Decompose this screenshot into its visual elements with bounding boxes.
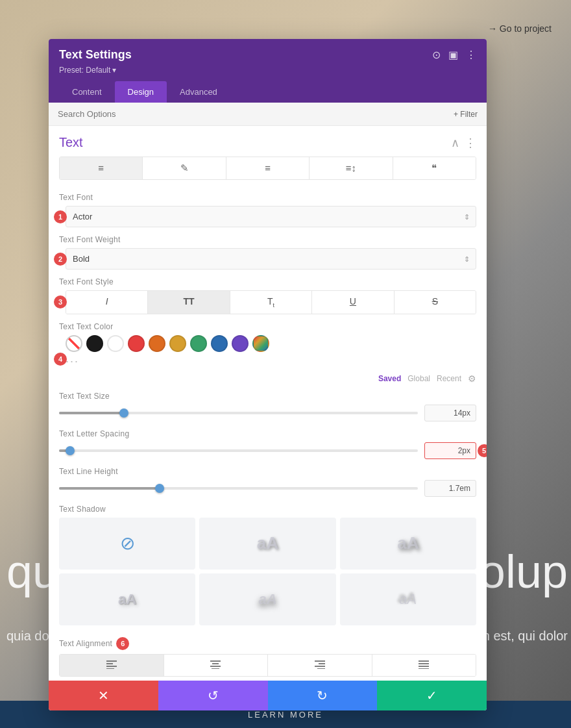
- color-orange[interactable]: [149, 335, 165, 352]
- color-yellow[interactable]: [169, 335, 186, 352]
- shadow-option-2[interactable]: aA: [340, 518, 476, 570]
- text-font-style-group: Text Font Style 3 I TT Tt U S: [49, 273, 487, 318]
- text-font-weight-select-wrapper: Bold Normal Light: [66, 248, 476, 270]
- text-font-group: Text Font 1 Actor: [49, 189, 487, 231]
- alignment-buttons: [59, 654, 476, 677]
- shadow-option-1[interactable]: aA: [199, 518, 335, 570]
- text-color-badge: 4: [54, 353, 67, 366]
- preset-row[interactable]: Preset: Default ▾: [59, 66, 476, 75]
- refresh-icon: ↻: [317, 688, 328, 703]
- format-tab-quote[interactable]: ❝: [393, 157, 476, 179]
- format-tab-edit[interactable]: ✎: [143, 157, 226, 179]
- refresh-button[interactable]: ↻: [268, 681, 378, 710]
- tab-content[interactable]: Content: [59, 81, 115, 103]
- letter-spacing-input-wrapper: 5: [424, 442, 476, 459]
- format-tab-indent[interactable]: ≡↕: [310, 157, 393, 179]
- format-tab-align[interactable]: ≡: [60, 157, 143, 179]
- color-black[interactable]: [86, 335, 103, 352]
- text-letter-spacing-label: Text Letter Spacing: [59, 429, 476, 438]
- text-font-select-wrapper: Actor: [66, 206, 476, 227]
- section-controls: ∧ ⋮: [451, 136, 476, 150]
- align-justify[interactable]: [372, 655, 476, 676]
- color-white[interactable]: [107, 335, 124, 352]
- text-color-label: Text Text Color: [59, 322, 476, 331]
- bg-text2-right: m est, qui dolor: [479, 629, 571, 644]
- format-tabs: ≡ ✎ ≡ ≡↕ ❝: [59, 157, 476, 180]
- text-line-height-input[interactable]: [424, 480, 476, 497]
- preset-label: Preset: Default: [59, 66, 110, 75]
- align-center[interactable]: [164, 655, 269, 676]
- text-line-height-thumb[interactable]: [155, 484, 164, 493]
- tab-advanced[interactable]: Advanced: [167, 81, 230, 103]
- color-tab-recent[interactable]: Recent: [437, 374, 461, 383]
- color-tab-global[interactable]: Global: [407, 374, 430, 383]
- text-font-badge: 1: [54, 210, 67, 223]
- confirm-button[interactable]: ✓: [377, 681, 487, 710]
- text-font-label: Text Font: [59, 193, 476, 202]
- align-right[interactable]: [268, 655, 372, 676]
- shadow-option-4[interactable]: aA: [199, 573, 335, 625]
- layout-icon[interactable]: ▣: [448, 49, 458, 61]
- shadow-text-5: aA: [399, 591, 417, 608]
- text-font-select[interactable]: Actor: [66, 206, 476, 227]
- text-font-weight-row: 2 Bold Normal Light: [59, 248, 476, 270]
- tab-design[interactable]: Design: [115, 81, 167, 103]
- go-to-project-label: → Go to project: [488, 23, 552, 34]
- text-letter-spacing-input[interactable]: [424, 442, 476, 459]
- panel-title: Text Settings: [59, 48, 132, 62]
- filter-button[interactable]: + Filter: [454, 110, 478, 119]
- text-shadow-label: Text Shadow: [59, 505, 476, 514]
- text-alignment-label: Text Alignment: [59, 639, 112, 648]
- color-settings-icon[interactable]: ⚙: [468, 373, 476, 384]
- text-line-height-track[interactable]: [59, 487, 418, 490]
- text-size-fill: [59, 412, 124, 414]
- text-size-label: Text Text Size: [59, 392, 476, 401]
- text-size-thumb[interactable]: [119, 408, 128, 418]
- shadow-text-2: aA: [397, 533, 419, 553]
- search-bar: + Filter: [49, 103, 487, 126]
- color-edit[interactable]: [252, 335, 269, 352]
- text-font-row: 1 Actor: [59, 206, 476, 227]
- shadow-none[interactable]: ⊘: [59, 518, 195, 570]
- text-size-track[interactable]: [59, 412, 418, 414]
- style-normal[interactable]: Tt: [230, 291, 312, 314]
- style-bold[interactable]: TT: [148, 291, 230, 314]
- learn-more-label: LEARN MORE: [248, 710, 323, 720]
- search-input[interactable]: [58, 109, 454, 119]
- text-font-weight-badge: 2: [54, 253, 67, 266]
- style-italic[interactable]: I: [66, 291, 148, 314]
- text-size-input[interactable]: [424, 405, 476, 421]
- color-green[interactable]: [190, 335, 207, 352]
- text-font-weight-label: Text Font Weight: [59, 235, 476, 244]
- color-blue[interactable]: [211, 335, 228, 352]
- style-underline[interactable]: U: [312, 291, 394, 314]
- reset-button[interactable]: ↺: [158, 681, 268, 710]
- section-more-icon[interactable]: ⋮: [465, 136, 476, 150]
- style-strikethrough[interactable]: S: [395, 291, 476, 314]
- text-size-slider-row: [59, 405, 476, 421]
- text-letter-spacing-wrapper: 5: [59, 442, 476, 459]
- shadow-option-3[interactable]: aA: [59, 573, 195, 625]
- color-tab-saved[interactable]: Saved: [378, 374, 401, 383]
- more-icon[interactable]: ⋮: [466, 49, 476, 61]
- shadow-option-5[interactable]: aA: [340, 573, 476, 625]
- align-left[interactable]: [60, 655, 164, 676]
- color-purple[interactable]: [232, 335, 249, 352]
- text-letter-spacing-thumb[interactable]: [66, 446, 75, 455]
- text-font-weight-select[interactable]: Bold Normal Light: [66, 248, 476, 270]
- cancel-button[interactable]: ✕: [49, 681, 158, 710]
- text-letter-spacing-slider-row: 5: [59, 442, 476, 459]
- text-letter-spacing-track[interactable]: [59, 449, 418, 452]
- color-red[interactable]: [128, 335, 145, 352]
- color-more-dots[interactable]: ···: [66, 352, 476, 371]
- text-font-style-label: Text Font Style: [59, 277, 476, 286]
- go-to-project-link[interactable]: → Go to project: [488, 23, 552, 34]
- text-color-row-wrapper: 4 ··· Saved Global Recent ⚙: [59, 335, 476, 384]
- panel-tabs: Content Design Advanced: [59, 81, 476, 103]
- shadow-text-1: aA: [257, 533, 278, 553]
- target-icon[interactable]: ⊙: [432, 49, 441, 61]
- color-transparent[interactable]: [66, 335, 82, 352]
- collapse-icon[interactable]: ∧: [451, 136, 459, 150]
- format-tab-list[interactable]: ≡: [226, 157, 310, 179]
- text-line-height-group: Text Line Height: [49, 463, 487, 501]
